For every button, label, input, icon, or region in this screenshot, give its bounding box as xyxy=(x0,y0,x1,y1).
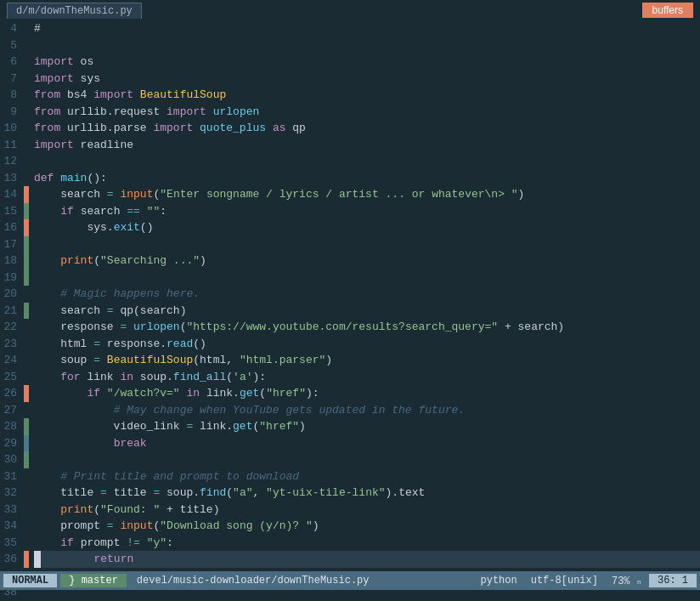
code-line: if "/watch?v=" in link.get("href"): xyxy=(34,385,700,402)
title-bar: d/m/downTheMusic.py buffers xyxy=(0,0,700,20)
git-branch: } master xyxy=(60,574,127,587)
editor: 4567891011121314151617181920212223242526… xyxy=(0,20,700,571)
file-encoding: utf-8[unix] xyxy=(524,574,605,587)
code-line: print("Found: " + title) xyxy=(34,502,700,519)
code-line: response = urlopen("https://www.youtube.… xyxy=(34,319,700,336)
code-line: # Magic happens here. xyxy=(34,286,700,303)
code-line: title = title = soup.find("a", "yt-uix-t… xyxy=(34,485,700,502)
code-line xyxy=(34,153,700,170)
code-line: from bs4 import BeautifulSoup xyxy=(34,87,700,104)
code-area[interactable]: #import osimport sysfrom bs4 import Beau… xyxy=(29,20,700,571)
branch-icon: } xyxy=(69,575,81,587)
code-line xyxy=(34,37,700,54)
code-line: print("Searching ...") xyxy=(34,252,700,269)
code-line: from urllib.request import urlopen xyxy=(34,104,700,121)
code-line: # Print title and prompt to download xyxy=(34,468,700,485)
status-bar: NORMAL } master devel/music-downloader/d… xyxy=(0,571,700,590)
code-line xyxy=(34,568,700,572)
code-line: return xyxy=(34,551,700,568)
buffers-button[interactable]: buffers xyxy=(642,3,693,18)
code-line: if prompt != "y": xyxy=(34,535,700,552)
mode-indicator: NORMAL xyxy=(3,574,57,587)
code-line: video_link = link.get("href") xyxy=(34,418,700,435)
cursor-position: 36: 1 xyxy=(649,574,697,587)
file-type: python xyxy=(474,574,524,587)
code-line: import readline xyxy=(34,137,700,154)
code-line: prompt = input("Download song (y/n)? ") xyxy=(34,518,700,535)
code-line: sys.exit() xyxy=(34,219,700,236)
code-line: # xyxy=(34,20,700,37)
code-line: import sys xyxy=(34,71,700,88)
file-path: devel/music-downloader/downTheMusic.py xyxy=(130,574,474,587)
code-line: break xyxy=(34,435,700,452)
code-line: def main(): xyxy=(34,170,700,187)
code-line: # May change when YouTube gets updated i… xyxy=(34,402,700,419)
code-line: search = input("Enter songname / lyrics … xyxy=(34,186,700,203)
code-line: html = response.read() xyxy=(34,336,700,353)
code-line xyxy=(34,451,700,468)
file-tab[interactable]: d/m/downTheMusic.py xyxy=(7,3,142,19)
code-line: for link in soup.find_all('a'): xyxy=(34,369,700,386)
code-line: soup = BeautifulSoup(html, "html.parser"… xyxy=(34,352,700,369)
code-line xyxy=(34,236,700,253)
code-line xyxy=(34,269,700,286)
code-line: import os xyxy=(34,54,700,71)
code-line: from urllib.parse import quote_plus as q… xyxy=(34,120,700,137)
line-numbers: 4567891011121314151617181920212223242526… xyxy=(0,20,24,571)
code-line: if search == "": xyxy=(34,203,700,220)
zoom-level: 73% ₙ xyxy=(605,574,649,588)
code-line: search = qp(search) xyxy=(34,303,700,320)
